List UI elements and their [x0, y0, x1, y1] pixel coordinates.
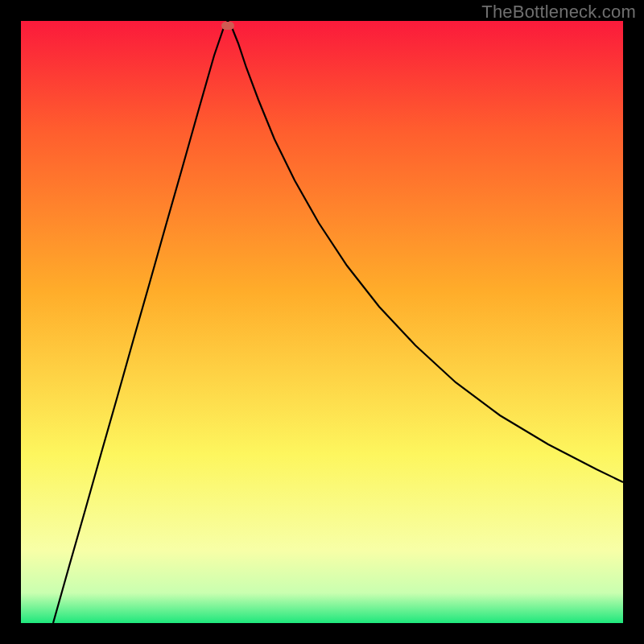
- bottleneck-curve: [21, 21, 623, 623]
- minimum-marker: [221, 22, 234, 30]
- watermark-text: TheBottleneck.com: [481, 2, 636, 23]
- outer-frame: TheBottleneck.com: [0, 0, 644, 644]
- curve-path: [53, 21, 623, 623]
